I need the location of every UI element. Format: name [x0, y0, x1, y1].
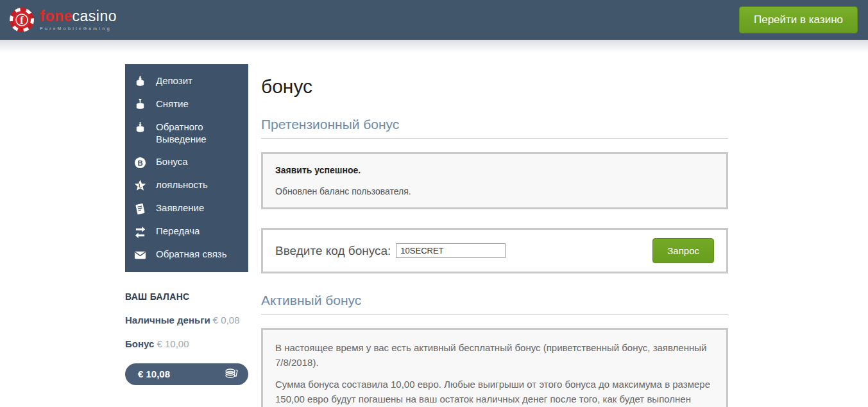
- logo[interactable]: f fonecasino PureMobileGaming: [9, 7, 117, 33]
- sidebar-item-label: лояльность: [156, 179, 208, 191]
- transfer-icon: [134, 226, 146, 238]
- cash-balance-value: € 0,08: [213, 315, 240, 325]
- bonus-code-form: Введите код бонуса: Запрос: [261, 228, 728, 273]
- sidebar-item-bonus[interactable]: B Бонуса: [125, 151, 248, 174]
- sidebar-item-statement[interactable]: Заявление: [125, 197, 248, 220]
- balance-title: ВАШ БАЛАНС: [125, 291, 248, 302]
- account-nav: Депозит Снятие Обратного Выведение B Бон…: [125, 64, 248, 272]
- claim-bonus-heading: Претензионный бонус: [261, 117, 728, 139]
- sidebar-item-label: Бонуса: [156, 156, 188, 168]
- sidebar-item-label: Обратная связь: [156, 248, 227, 261]
- svg-text:f: f: [20, 15, 24, 26]
- cash-balance-label: Наличные деньги: [125, 315, 210, 325]
- bonus-balance-value: € 10,00: [157, 338, 189, 349]
- logo-text: fonecasino PureMobileGaming: [40, 9, 117, 31]
- total-balance-value: € 10,08: [138, 368, 170, 379]
- active-bonus-paragraph: В настоящее время у вас есть активный бе…: [275, 341, 714, 370]
- sidebar-item-label: Передача: [156, 225, 200, 238]
- brand-name-second: casino: [72, 8, 117, 24]
- header-shadow: [0, 40, 868, 53]
- bonus-balance-label: Бонус: [125, 338, 154, 349]
- brand-name-first: fone: [40, 8, 72, 24]
- page-layout: Депозит Снятие Обратного Выведение B Бон…: [0, 53, 868, 407]
- bonus-icon: B: [134, 157, 146, 169]
- sidebar-item-withdraw[interactable]: Снятие: [125, 93, 248, 116]
- main-content: бонус Претензионный бонус Заявить успешн…: [261, 53, 728, 407]
- go-to-casino-button[interactable]: Перейти в казино: [739, 6, 858, 33]
- sidebar: Депозит Снятие Обратного Выведение B Бон…: [125, 53, 248, 407]
- sidebar-item-feedback[interactable]: Обратная связь: [125, 243, 248, 266]
- claim-success-alert: Заявить успешное. Обновлен баланс пользо…: [261, 152, 728, 209]
- sidebar-item-label: Обратного Выведение: [156, 121, 239, 146]
- sidebar-item-label: Снятие: [156, 98, 189, 110]
- cash-balance-row: Наличные деньги € 0,08: [125, 315, 248, 325]
- alert-title: Заявить успешное.: [275, 165, 714, 175]
- coins-icon: [224, 367, 238, 381]
- active-bonus-heading: Активный бонус: [261, 293, 728, 315]
- active-bonus-panel: В настоящее время у вас есть активный бе…: [261, 328, 728, 407]
- page-title: бонус: [261, 76, 728, 98]
- svg-text:B: B: [137, 159, 142, 166]
- alert-message: Обновлен баланс пользователя.: [275, 186, 714, 196]
- header: f fonecasino PureMobileGaming Перейти в …: [0, 0, 868, 40]
- sidebar-item-deposit[interactable]: Депозит: [125, 70, 248, 93]
- svg-text:L: L: [139, 182, 142, 188]
- deposit-icon: [134, 76, 146, 88]
- bonus-code-label: Введите код бонуса:: [275, 244, 391, 258]
- reverse-withdraw-icon: [134, 122, 146, 134]
- sidebar-item-label: Депозит: [156, 75, 192, 87]
- balance-panel: ВАШ БАЛАНС Наличные деньги € 0,08 Бонус …: [125, 291, 248, 385]
- loyalty-icon: L: [134, 180, 146, 192]
- active-bonus-paragraph: Сумма бонуса составила 10,00 евро. Любые…: [275, 377, 714, 407]
- statement-icon: [134, 203, 146, 215]
- withdraw-icon: [134, 99, 146, 111]
- sidebar-item-transfer[interactable]: Передача: [125, 220, 248, 243]
- sidebar-item-label: Заявление: [156, 202, 204, 214]
- total-balance-badge[interactable]: € 10,08: [125, 363, 248, 385]
- bonus-code-input[interactable]: [396, 243, 506, 258]
- sidebar-item-loyalty[interactable]: L лояльность: [125, 174, 248, 197]
- sidebar-item-reverse-withdrawal[interactable]: Обратного Выведение: [125, 116, 248, 151]
- bonus-code-submit-button[interactable]: Запрос: [652, 238, 714, 263]
- feedback-icon: [134, 249, 146, 261]
- poker-chip-icon: f: [9, 7, 35, 33]
- brand-tagline: PureMobileGaming: [40, 26, 117, 31]
- bonus-balance-row: Бонус € 10,00: [125, 338, 248, 349]
